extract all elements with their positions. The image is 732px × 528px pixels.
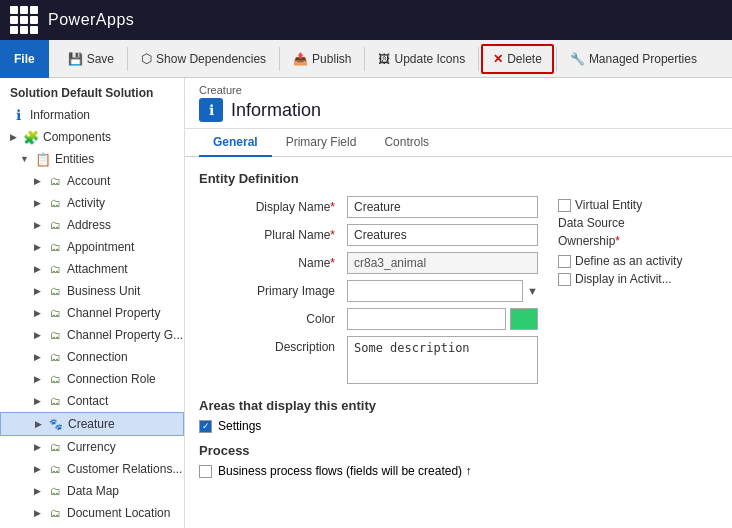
- connection-expand-arrow: ▶: [34, 352, 41, 362]
- sidebar-item-activity[interactable]: ▶ 🗂 Activity: [0, 192, 184, 214]
- account-icon: 🗂: [47, 173, 63, 189]
- sidebar: Solution Default Solution ℹ Information …: [0, 78, 185, 528]
- update-icons-button[interactable]: 🖼 Update Icons: [367, 44, 476, 74]
- data-source-row: Data Source: [558, 216, 718, 230]
- name-input[interactable]: [347, 252, 538, 274]
- process-item-bpf: Business process flows (fields will be c…: [199, 464, 718, 478]
- business-unit-expand-arrow: ▶: [34, 286, 41, 296]
- right-column: Virtual Entity Data Source Ownership* De…: [558, 196, 718, 290]
- save-button[interactable]: 💾 Save: [57, 44, 125, 74]
- managed-properties-icon: 🔧: [570, 52, 585, 66]
- ribbon-divider-4: [478, 47, 479, 71]
- ribbon-divider-1: [127, 47, 128, 71]
- entities-icon: 📋: [35, 151, 51, 167]
- channel-property-expand-arrow: ▶: [34, 308, 41, 318]
- virtual-entity-checkbox[interactable]: [558, 199, 571, 212]
- display-in-activity-label: Display in Activit...: [575, 272, 672, 286]
- sidebar-item-connection[interactable]: ▶ 🗂 Connection: [0, 346, 184, 368]
- bpf-label: Business process flows (fields will be c…: [218, 464, 471, 478]
- sidebar-item-data-map[interactable]: ▶ 🗂 Data Map: [0, 480, 184, 502]
- tab-primary-field[interactable]: Primary Field: [272, 129, 371, 157]
- ribbon-divider-5: [556, 47, 557, 71]
- sidebar-item-customer-relations[interactable]: ▶ 🗂 Customer Relations...: [0, 458, 184, 480]
- components-expand-arrow: ▶: [10, 132, 17, 142]
- form-left: Display Name* Plural Name* Name*: [199, 196, 538, 384]
- sidebar-item-contact[interactable]: ▶ 🗂 Contact: [0, 390, 184, 412]
- file-button[interactable]: File: [0, 40, 49, 78]
- settings-label: Settings: [218, 419, 261, 433]
- content-area: Creature ℹ Information General Primary F…: [185, 78, 732, 528]
- primary-image-dropdown-arrow: ▼: [527, 285, 538, 297]
- customer-relations-icon: 🗂: [47, 461, 63, 477]
- save-icon: 💾: [68, 52, 83, 66]
- plural-name-label: Plural Name*: [199, 228, 339, 242]
- tab-controls[interactable]: Controls: [370, 129, 443, 157]
- virtual-entity-label: Virtual Entity: [575, 198, 642, 212]
- area-item-settings: Settings: [199, 419, 718, 433]
- sidebar-item-connection-role[interactable]: ▶ 🗂 Connection Role: [0, 368, 184, 390]
- publish-button[interactable]: 📤 Publish: [282, 44, 362, 74]
- account-expand-arrow: ▶: [34, 176, 41, 186]
- sidebar-item-components[interactable]: ▶ 🧩 Components: [0, 126, 184, 148]
- entities-expand-arrow: ▼: [20, 154, 29, 164]
- plural-name-input[interactable]: [347, 224, 538, 246]
- color-input[interactable]: [347, 308, 506, 330]
- creature-expand-arrow: ▶: [35, 419, 42, 429]
- color-swatch[interactable]: [510, 308, 538, 330]
- sidebar-item-channel-property[interactable]: ▶ 🗂 Channel Property: [0, 302, 184, 324]
- connection-icon: 🗂: [47, 349, 63, 365]
- display-name-label: Display Name*: [199, 200, 339, 214]
- sidebar-item-entities[interactable]: ▼ 📋 Entities: [0, 148, 184, 170]
- primary-image-label: Primary Image: [199, 284, 339, 298]
- show-dependencies-icon: ⬡: [141, 51, 152, 66]
- sidebar-item-channel-property-g[interactable]: ▶ 🗂 Channel Property G...: [0, 324, 184, 346]
- sidebar-item-attachment[interactable]: ▶ 🗂 Attachment: [0, 258, 184, 280]
- page-title-area: ℹ Information: [185, 96, 732, 129]
- entity-definition-title: Entity Definition: [199, 171, 718, 186]
- sidebar-item-business-unit[interactable]: ▶ 🗂 Business Unit: [0, 280, 184, 302]
- sidebar-item-appointment[interactable]: ▶ 🗂 Appointment: [0, 236, 184, 258]
- sidebar-item-information[interactable]: ℹ Information: [0, 104, 184, 126]
- business-unit-icon: 🗂: [47, 283, 63, 299]
- ownership-row: Ownership*: [558, 234, 718, 248]
- top-bar: PowerApps: [0, 0, 732, 40]
- update-icons-icon: 🖼: [378, 52, 390, 66]
- contact-expand-arrow: ▶: [34, 396, 41, 406]
- sidebar-title: Solution Default Solution: [0, 78, 184, 104]
- appointment-expand-arrow: ▶: [34, 242, 41, 252]
- settings-checkbox[interactable]: [199, 420, 212, 433]
- info-icon: ℹ: [10, 107, 26, 123]
- sidebar-item-address[interactable]: ▶ 🗂 Address: [0, 214, 184, 236]
- address-expand-arrow: ▶: [34, 220, 41, 230]
- delete-button[interactable]: ✕ Delete: [481, 44, 554, 74]
- description-input[interactable]: Some description: [347, 336, 538, 384]
- display-in-activity-checkbox[interactable]: [558, 273, 571, 286]
- data-map-expand-arrow: ▶: [34, 486, 41, 496]
- currency-expand-arrow: ▶: [34, 442, 41, 452]
- currency-icon: 🗂: [47, 439, 63, 455]
- show-dependencies-button[interactable]: ⬡ Show Dependencies: [130, 44, 277, 74]
- attachment-icon: 🗂: [47, 261, 63, 277]
- bpf-checkbox[interactable]: [199, 465, 212, 478]
- tab-general[interactable]: General: [199, 129, 272, 157]
- page-title: Information: [231, 100, 321, 121]
- sidebar-item-document-location[interactable]: ▶ 🗂 Document Location: [0, 502, 184, 524]
- channel-property-icon: 🗂: [47, 305, 63, 321]
- breadcrumb: Creature: [185, 78, 732, 96]
- contact-icon: 🗂: [47, 393, 63, 409]
- sidebar-item-account[interactable]: ▶ 🗂 Account: [0, 170, 184, 192]
- entity-definition-row: Display Name* Plural Name* Name*: [199, 196, 718, 384]
- define-as-activity-checkbox[interactable]: [558, 255, 571, 268]
- sidebar-item-currency[interactable]: ▶ 🗂 Currency: [0, 436, 184, 458]
- channel-property-g-expand-arrow: ▶: [34, 330, 41, 340]
- virtual-entity-row: Virtual Entity: [558, 198, 718, 212]
- color-row: [347, 308, 538, 330]
- primary-image-input[interactable]: [347, 280, 523, 302]
- primary-image-row: ▼: [347, 280, 538, 302]
- display-name-input[interactable]: [347, 196, 538, 218]
- process-title: Process: [199, 443, 718, 458]
- sidebar-item-creature[interactable]: ▶ 🐾 Creature: [0, 412, 184, 436]
- managed-properties-button[interactable]: 🔧 Managed Properties: [559, 44, 708, 74]
- creature-icon: 🐾: [48, 416, 64, 432]
- waffle-icon[interactable]: [10, 6, 38, 34]
